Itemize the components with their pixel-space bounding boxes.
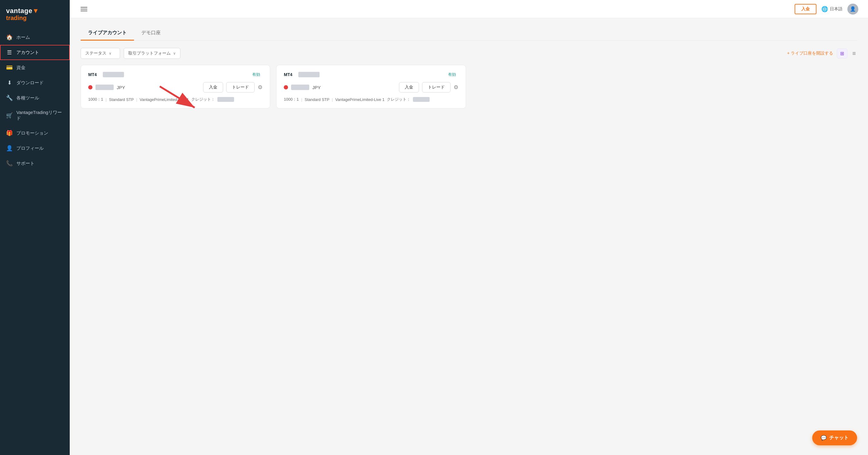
sidebar-item-promotions[interactable]: 🎁 プロモーション — [0, 126, 70, 141]
account-icon: ☰ — [6, 49, 13, 56]
main-area: 入金 🌐 日本語 👤 ライブアカウント デモ口座 ステータス ∨ — [70, 0, 868, 455]
card-2-header: MT4 有効 — [284, 71, 458, 78]
card-1-leverage: 1000：1 — [88, 97, 103, 102]
hamburger-line-2 — [81, 9, 87, 9]
filter-bar: ステータス ∨ 取引プラットフォーム ∨ + ライブ口座を開設する ⊞ ≡ — [81, 48, 857, 59]
sidebar-item-home[interactable]: 🏠 ホーム — [0, 30, 70, 45]
card-1-credit-blur — [217, 97, 234, 102]
gear-icon: ⚙ — [258, 84, 262, 90]
sidebar-item-account[interactable]: ☰ アカウント — [0, 45, 70, 60]
chat-button[interactable]: 💬 チャット — [812, 430, 857, 445]
chat-icon: 💬 — [821, 435, 827, 441]
sidebar-item-rewards[interactable]: 🛒 VantageTradingリワード — [0, 105, 70, 126]
gear-icon-2: ⚙ — [454, 84, 458, 90]
logo-trading: trading — [6, 14, 39, 21]
card-2-leverage: 1000：1 — [284, 97, 299, 102]
sidebar-item-download-label: ダウンロード — [17, 80, 44, 86]
hamburger-line-3 — [81, 11, 87, 11]
card-1-platform: MT4 — [88, 72, 97, 77]
divider-4: | — [332, 97, 333, 102]
card-2-credit-blur — [413, 97, 430, 102]
card-2-actions: 入金 トレード ⚙ — [399, 82, 458, 93]
home-icon: 🏠 — [6, 34, 13, 41]
chat-label: チャット — [829, 435, 848, 441]
top-header: 入金 🌐 日本語 👤 — [70, 0, 868, 18]
card-2-server: VantagePrimeLimited-Live 1 — [335, 97, 384, 102]
tools-icon: 🔧 — [6, 95, 13, 101]
sidebar-item-support[interactable]: 📞 サポート — [0, 156, 70, 171]
header-deposit-button[interactable]: 入金 — [795, 4, 816, 14]
card-2-status-dot — [284, 85, 288, 90]
status-filter-label: ステータス — [85, 51, 106, 56]
chevron-down-icon: ∨ — [109, 51, 112, 56]
card-2-credit-label: クレジット： — [387, 97, 410, 102]
card-2-gear-button[interactable]: ⚙ — [454, 84, 458, 91]
account-tabs: ライブアカウント デモ口座 — [81, 27, 857, 41]
filters-left: ステータス ∨ 取引プラットフォーム ∨ — [81, 48, 180, 59]
logo: vantage▼ trading — [0, 0, 70, 27]
card-2-body: JPY 入金 トレード ⚙ — [284, 82, 458, 93]
card-2-currency: JPY — [312, 85, 321, 90]
card-2-footer: 1000：1 | Standard STP | VantagePrimeLimi… — [284, 97, 458, 102]
list-icon: ≡ — [852, 50, 856, 57]
card-1-trade-button[interactable]: トレード — [226, 82, 255, 93]
sidebar: vantage▼ trading 🏠 ホーム ☰ アカウント 💳 資金 ⬇ ダウ… — [0, 0, 70, 455]
sidebar-nav: 🏠 ホーム ☰ アカウント 💳 資金 ⬇ ダウンロード 🔧 各種ツール 🛒 Va… — [0, 27, 70, 455]
support-icon: 📞 — [6, 160, 13, 167]
grid-icon: ⊞ — [840, 51, 844, 56]
divider-3: | — [301, 97, 302, 102]
chevron-down-icon-2: ∨ — [173, 51, 176, 56]
download-icon: ⬇ — [6, 79, 13, 86]
open-live-account-button[interactable]: + ライブ口座を開設する — [787, 51, 833, 56]
sidebar-item-home-label: ホーム — [17, 35, 30, 40]
card-1-credit-label: クレジット： — [191, 97, 215, 102]
sidebar-item-profile[interactable]: 👤 プロフィール — [0, 141, 70, 156]
sidebar-item-rewards-label: VantageTradingリワード — [17, 110, 64, 121]
sidebar-item-funds[interactable]: 💳 資金 — [0, 60, 70, 75]
sidebar-item-promotions-label: プロモーション — [17, 130, 48, 136]
card-2-id-blur — [298, 72, 319, 77]
sidebar-item-tools-label: 各種ツール — [17, 95, 39, 101]
language-selector[interactable]: 🌐 日本語 — [821, 6, 842, 12]
card-2-account-type: Standard STP — [305, 97, 330, 102]
card-1-header: MT4 有効 — [88, 71, 262, 78]
sidebar-item-tools[interactable]: 🔧 各種ツール — [0, 90, 70, 105]
card-1-status-badge: 有効 — [250, 71, 262, 78]
card-2-account-info: JPY — [284, 85, 321, 90]
status-filter[interactable]: ステータス ∨ — [81, 48, 120, 59]
sidebar-item-download[interactable]: ⬇ ダウンロード — [0, 75, 70, 90]
accounts-grid: MT4 有効 JPY 入金 トレード ⚙ — [81, 65, 857, 108]
avatar-image: 👤 — [850, 6, 856, 12]
profile-icon: 👤 — [6, 145, 13, 152]
card-1-balance-blur — [95, 85, 114, 90]
card-1-actions: 入金 トレード ⚙ — [203, 82, 262, 93]
platform-filter-label: 取引プラットフォーム — [128, 51, 171, 56]
list-view-toggle[interactable]: ≡ — [851, 49, 857, 58]
card-1-account-info: JPY — [88, 85, 125, 90]
filters-right: + ライブ口座を開設する ⊞ ≡ — [787, 48, 857, 59]
account-card-2: MT4 有効 JPY 入金 トレード ⚙ — [276, 65, 466, 108]
sidebar-item-support-label: サポート — [17, 161, 35, 166]
divider-1: | — [105, 97, 106, 102]
card-1-account-type: Standard STP — [109, 97, 134, 102]
card-1-server: VantagePrimeLimited-Live 1 — [140, 97, 189, 102]
card-1-deposit-button[interactable]: 入金 — [203, 82, 223, 93]
platform-filter[interactable]: 取引プラットフォーム ∨ — [124, 48, 180, 59]
card-2-deposit-button[interactable]: 入金 — [399, 82, 419, 93]
funds-icon: 💳 — [6, 64, 13, 71]
promotions-icon: 🎁 — [6, 130, 13, 136]
card-2-status-badge: 有効 — [446, 71, 458, 78]
rewards-icon: 🛒 — [6, 112, 13, 119]
tab-live-account[interactable]: ライブアカウント — [81, 27, 134, 41]
card-1-gear-button[interactable]: ⚙ — [258, 84, 262, 91]
content-area: ライブアカウント デモ口座 ステータス ∨ 取引プラットフォーム ∨ + ライブ… — [70, 18, 868, 455]
card-2-balance-blur — [291, 85, 309, 90]
sidebar-item-account-label: アカウント — [17, 50, 39, 56]
card-1-footer: 1000：1 | Standard STP | VantagePrimeLimi… — [88, 97, 262, 102]
card-2-trade-button[interactable]: トレード — [422, 82, 451, 93]
grid-view-toggle[interactable]: ⊞ — [837, 48, 847, 59]
card-1-currency: JPY — [117, 85, 125, 90]
avatar[interactable]: 👤 — [847, 4, 858, 14]
hamburger-button[interactable] — [80, 6, 89, 12]
tab-demo-account[interactable]: デモ口座 — [134, 27, 168, 41]
